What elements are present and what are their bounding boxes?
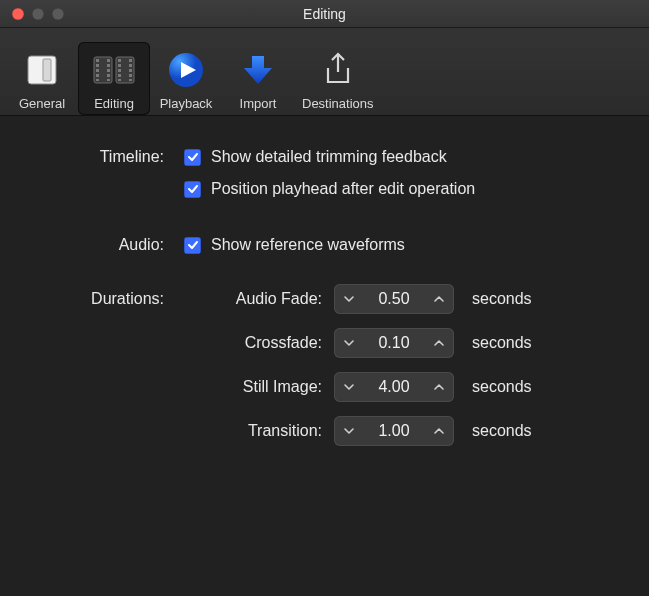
stepper-decrement[interactable] [334, 328, 364, 358]
stepper-still-image[interactable]: 4.00 [334, 372, 454, 402]
svg-rect-5 [96, 64, 99, 67]
row-duration-still-image: Still Image: 4.00 seconds [24, 372, 625, 402]
svg-rect-8 [96, 79, 99, 81]
svg-rect-23 [129, 79, 132, 81]
toolbar-item-destinations[interactable]: Destinations [294, 42, 382, 115]
duration-unit: seconds [472, 378, 532, 396]
row-timeline-trimming: Timeline: Show detailed trimming feedbac… [24, 148, 625, 166]
section-label-audio: Audio: [24, 236, 184, 254]
download-arrow-icon [234, 46, 282, 94]
stepper-value: 0.50 [364, 290, 424, 308]
row-duration-crossfade: Crossfade: 0.10 seconds [24, 328, 625, 358]
checkbox-reference-waveforms[interactable] [184, 237, 201, 254]
stepper-increment[interactable] [424, 328, 454, 358]
checkbox-position-playhead[interactable] [184, 181, 201, 198]
toolbar-item-label: Destinations [302, 96, 374, 111]
svg-rect-6 [96, 69, 99, 72]
section-label-durations: Durations: [24, 290, 184, 308]
svg-rect-11 [107, 69, 110, 72]
stepper-decrement[interactable] [334, 372, 364, 402]
section-label-timeline: Timeline: [24, 148, 184, 166]
duration-label: Audio Fade: [184, 290, 334, 308]
duration-unit: seconds [472, 290, 532, 308]
stepper-transition[interactable]: 1.00 [334, 416, 454, 446]
svg-rect-17 [118, 74, 121, 77]
preferences-toolbar: General Editing [0, 28, 649, 116]
toolbar-item-label: Playback [160, 96, 213, 111]
share-icon [314, 46, 362, 94]
duration-label: Transition: [184, 422, 334, 440]
svg-rect-0 [28, 56, 56, 84]
stepper-value: 0.10 [364, 334, 424, 352]
toolbar-item-playback[interactable]: Playback [150, 42, 222, 115]
stepper-increment[interactable] [424, 372, 454, 402]
checkbox-label: Show reference waveforms [211, 236, 405, 254]
svg-rect-1 [43, 59, 51, 81]
svg-rect-18 [118, 79, 121, 81]
svg-rect-19 [129, 59, 132, 62]
window-title: Editing [0, 6, 649, 22]
stepper-increment[interactable] [424, 416, 454, 446]
svg-rect-16 [118, 69, 121, 72]
filmstrip-trim-icon [90, 46, 138, 94]
svg-rect-7 [96, 74, 99, 77]
stepper-value: 1.00 [364, 422, 424, 440]
stepper-value: 4.00 [364, 378, 424, 396]
switch-icon [18, 46, 66, 94]
title-bar: Editing [0, 0, 649, 28]
svg-rect-22 [129, 74, 132, 77]
svg-rect-15 [118, 64, 121, 67]
stepper-crossfade[interactable]: 0.10 [334, 328, 454, 358]
row-duration-audio-fade: Durations: Audio Fade: 0.50 seconds [24, 284, 625, 314]
play-icon [162, 46, 210, 94]
row-timeline-playhead: Position playhead after edit operation [24, 180, 625, 198]
svg-rect-13 [107, 79, 110, 81]
stepper-decrement[interactable] [334, 416, 364, 446]
svg-rect-4 [96, 59, 99, 62]
svg-rect-10 [107, 64, 110, 67]
duration-label: Crossfade: [184, 334, 334, 352]
toolbar-item-general[interactable]: General [6, 42, 78, 115]
toolbar-item-label: Editing [94, 96, 134, 111]
duration-unit: seconds [472, 422, 532, 440]
checkbox-label: Position playhead after edit operation [211, 180, 475, 198]
stepper-increment[interactable] [424, 284, 454, 314]
duration-label: Still Image: [184, 378, 334, 396]
toolbar-item-label: Import [240, 96, 277, 111]
svg-rect-9 [107, 59, 110, 62]
checkbox-label: Show detailed trimming feedback [211, 148, 447, 166]
toolbar-item-import[interactable]: Import [222, 42, 294, 115]
duration-unit: seconds [472, 334, 532, 352]
stepper-audio-fade[interactable]: 0.50 [334, 284, 454, 314]
row-duration-transition: Transition: 1.00 seconds [24, 416, 625, 446]
stepper-decrement[interactable] [334, 284, 364, 314]
durations-group: Durations: Audio Fade: 0.50 seconds Cros… [24, 284, 625, 446]
svg-rect-20 [129, 64, 132, 67]
toolbar-item-editing[interactable]: Editing [78, 42, 150, 115]
svg-rect-21 [129, 69, 132, 72]
checkbox-show-trimming-feedback[interactable] [184, 149, 201, 166]
svg-rect-14 [118, 59, 121, 62]
svg-rect-12 [107, 74, 110, 77]
toolbar-item-label: General [19, 96, 65, 111]
preferences-content: Timeline: Show detailed trimming feedbac… [0, 116, 649, 484]
row-audio-waveforms: Audio: Show reference waveforms [24, 236, 625, 254]
